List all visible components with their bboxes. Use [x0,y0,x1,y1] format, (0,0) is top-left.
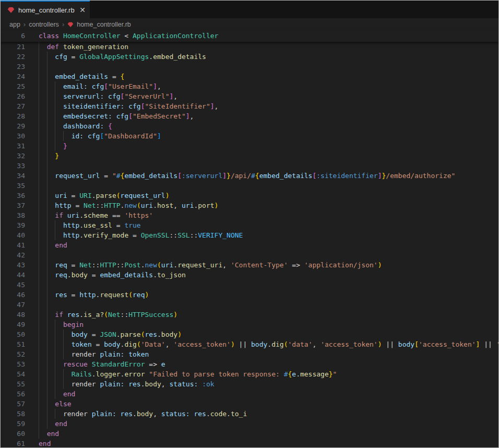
code-text[interactable]: res = http.request(req) [25,290,498,300]
indent-guide [63,329,64,339]
breadcrumb-item-file[interactable]: home_controller.rb [77,21,131,28]
code-line[interactable]: 21 def token_generation [1,42,498,52]
tab-close-icon[interactable]: ✕ [79,6,86,14]
code-text[interactable]: http.verify_mode = OpenSSL::SSL::VERIFY_… [25,230,498,240]
code-text[interactable]: serverurl: cfg["ServerUrl"], [25,91,498,101]
code-line[interactable]: 37 http = Net::HTTP.new(uri.host, uri.po… [1,201,498,210]
code-line[interactable]: 46 res = http.request(req) [1,290,498,300]
code-line[interactable]: 60 end [1,429,498,439]
code-line[interactable]: 26 serverurl: cfg["ServerUrl"], [1,91,498,101]
code-line[interactable]: 40 http.verify_mode = OpenSSL::SSL::VERI… [1,230,498,240]
code-line[interactable]: 32 } [1,151,498,161]
code-text[interactable]: body = JSON.parse(res.body) [25,329,498,339]
code-text[interactable]: req.body = embed_details.to_json [25,270,498,280]
code-line[interactable]: 25 email: cfg["UserEmail"], [1,81,498,91]
code-text[interactable]: http = Net::HTTP.new(uri.host, uri.port) [25,201,498,210]
code-line[interactable]: 42 [1,250,498,260]
code-line[interactable]: 43 req = Net::HTTP::Post.new(uri.request… [1,260,498,270]
code-line[interactable]: 24 embed_details = { [1,72,498,81]
code-line[interactable]: 41 end [1,240,498,250]
code-line[interactable]: 47 [1,300,498,310]
code-text[interactable]: if uri.scheme == 'https' [25,210,498,220]
code-line[interactable]: 28 embedsecret: cfg["EmbedSecret"], [1,111,498,121]
code-text[interactable] [25,62,498,72]
code-text[interactable]: embed_details = { [25,72,498,81]
code-text[interactable]: id: cfg["DashboardId"] [25,131,498,141]
sticky-scroll-line[interactable]: 6class HomeController < ApplicationContr… [1,30,498,42]
code-text[interactable]: class HomeController < ApplicationContro… [25,30,498,42]
code-line[interactable]: 51 token = body.dig('Data', 'access_toke… [1,339,498,349]
code-text[interactable]: else [25,399,498,409]
code-line[interactable]: 59 end [1,419,498,429]
indent-guide [47,250,47,260]
code-line[interactable]: 38 if uri.scheme == 'https' [1,210,498,220]
code-text[interactable]: rescue StandardError => e [25,359,498,369]
code-text[interactable]: end [25,429,498,439]
breadcrumb-item-app[interactable]: app [9,21,20,28]
code-line[interactable]: 34 request_url = "#{embed_details[:serve… [1,171,498,181]
code-line[interactable]: 39 http.use_ssl = true [1,220,498,230]
code-line[interactable]: 33 [1,161,498,171]
code-line[interactable]: 50 body = JSON.parse(res.body) [1,329,498,339]
code-line[interactable]: 61end [1,439,498,447]
code-text[interactable] [25,250,498,260]
code-text[interactable]: end [25,439,498,447]
tab-home-controller[interactable]: home_controller.rb ✕ [1,1,90,18]
code-text[interactable]: render plain: res.body, status: :ok [25,379,498,389]
code-line[interactable]: 6class HomeController < ApplicationContr… [1,30,498,42]
code-line[interactable]: 49 begin [1,320,498,329]
code-text[interactable]: end [25,389,498,399]
code-text[interactable]: end [25,240,498,250]
code-editor[interactable]: 21 def token_generation22 cfg = GlobalAp… [1,42,498,447]
code-text[interactable]: token = body.dig('Data', 'access_token')… [25,339,498,349]
code-text[interactable]: } [25,151,498,161]
code-text[interactable]: siteidentifier: cfg["SiteIdentifier"], [25,101,498,111]
code-line[interactable]: 54 Rails.logger.error "Failed to parse t… [1,369,498,379]
code-line[interactable]: 55 render plain: res.body, status: :ok [1,379,498,389]
code-text[interactable] [25,300,498,310]
indent-guide [39,72,39,81]
code-text[interactable]: uri = URI.parse(request_url) [25,191,498,201]
code-line[interactable]: 35 [1,181,498,191]
code-text[interactable]: cfg = GlobalAppSettings.embed_details [25,52,498,62]
code-token: else [55,400,71,408]
code-text[interactable]: begin [25,320,498,329]
code-text[interactable]: render plain: res.body, status: res.code… [25,409,498,419]
code-text[interactable]: } [25,141,498,151]
code-text[interactable]: dashboard: { [25,121,498,131]
code-line[interactable]: 27 siteidentifier: cfg["SiteIdentifier"]… [1,101,498,111]
code-line[interactable]: 58 render plain: res.body, status: res.c… [1,409,498,419]
code-text[interactable] [25,161,498,171]
code-text[interactable]: Rails.logger.error "Failed to parse toke… [25,369,498,379]
code-text[interactable]: email: cfg["UserEmail"], [25,81,498,91]
code-line[interactable]: 52 render plain: token [1,349,498,359]
code-text[interactable]: request_url = "#{embed_details[:serverur… [25,171,498,181]
code-text[interactable] [25,280,498,290]
code-line[interactable]: 57 else [1,399,498,409]
breadcrumb-item-controllers[interactable]: controllers [29,21,59,28]
code-line[interactable]: 53 rescue StandardError => e [1,359,498,369]
code-line[interactable]: 36 uri = URI.parse(request_url) [1,191,498,201]
code-line[interactable]: 22 cfg = GlobalAppSettings.embed_details [1,52,498,62]
code-line[interactable]: 23 [1,62,498,72]
code-line[interactable]: 31 } [1,141,498,151]
code-text[interactable] [25,181,498,191]
code-text[interactable]: embedsecret: cfg["EmbedSecret"], [25,111,498,121]
code-text[interactable]: def token_generation [25,42,498,52]
code-line[interactable]: 45 [1,280,498,290]
code-token: message [300,370,329,378]
line-number: 35 [1,181,25,191]
code-token: end [55,241,67,249]
code-token: scheme [84,211,108,219]
code-line[interactable]: 44 req.body = embed_details.to_json [1,270,498,280]
code-text[interactable]: if res.is_a?(Net::HTTPSuccess) [25,310,498,320]
code-line[interactable]: 56 end [1,389,498,399]
code-line[interactable]: 30 id: cfg["DashboardId"] [1,131,498,141]
code-line[interactable]: 29 dashboard: { [1,121,498,131]
code-text[interactable]: render plain: token [25,349,498,359]
code-text[interactable]: end [25,419,498,429]
code-text[interactable]: req = Net::HTTP::Post.new(uri.request_ur… [25,260,498,270]
code-text[interactable]: http.use_ssl = true [25,220,498,230]
code-token: cfg [128,102,140,110]
code-line[interactable]: 48 if res.is_a?(Net::HTTPSuccess) [1,310,498,320]
